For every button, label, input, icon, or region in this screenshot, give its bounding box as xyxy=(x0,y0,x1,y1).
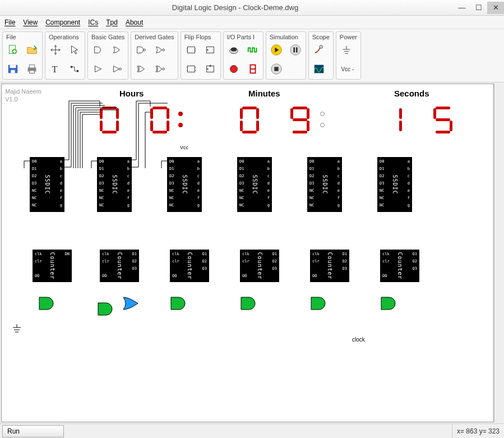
svg-text:T: T xyxy=(52,64,58,75)
window-title: Digital Logic Design - Clock-Deme.dwg xyxy=(17,3,454,12)
seven-seg-icon[interactable] xyxy=(245,61,261,77)
chip-counter-1[interactable]: CounterclkclrDNOO xyxy=(33,250,72,282)
run-button[interactable]: Run xyxy=(2,425,64,437)
seg7-s1 xyxy=(383,107,402,133)
open-file-icon[interactable] xyxy=(24,42,40,58)
hours-label: Hours xyxy=(119,89,144,98)
close-button[interactable]: ✕ xyxy=(487,2,504,14)
probe-icon[interactable] xyxy=(311,42,327,58)
svg-point-14 xyxy=(163,68,165,70)
menu-component[interactable]: Component xyxy=(45,19,80,26)
button-input-icon[interactable] xyxy=(226,42,242,58)
not-gate-icon[interactable] xyxy=(109,61,125,77)
chip-ssdic-1[interactable]: SSDICD0D1D2D3NCNCNCabcdefg xyxy=(30,157,64,212)
nor-gate-icon[interactable] xyxy=(152,42,168,58)
led-icon[interactable] xyxy=(226,61,242,77)
flipflop3-icon[interactable] xyxy=(183,61,199,77)
vertical-scrollbar[interactable] xyxy=(494,84,503,422)
chip-ssdic-6[interactable]: SSDICD0D1D2D3NCNCNCabcdefg xyxy=(377,157,412,212)
group-basic-gates: Basic Gates xyxy=(87,31,128,80)
group-derived-gates: Derived Gates xyxy=(131,31,178,80)
menu-ics[interactable]: ICs xyxy=(88,19,98,26)
svg-rect-15 xyxy=(187,47,195,53)
group-io-parts: I/O Parts I xyxy=(223,31,263,80)
author-label: Majid NaeemV1.0 xyxy=(5,87,41,104)
chip-ssdic-2[interactable]: SSDICD0D1D2D3NCNCNCabcdefg xyxy=(97,157,132,212)
canvas-wrap: Majid NaeemV1.0 Hours Minutes Seconds Vc… xyxy=(0,82,504,423)
nand-gate-icon[interactable] xyxy=(133,42,149,58)
chip-counter-3[interactable]: CounterclkclrO1O2O3OO xyxy=(170,250,209,282)
svg-rect-4 xyxy=(11,70,15,73)
and-gate-6[interactable] xyxy=(380,296,399,311)
svg-point-13 xyxy=(163,49,165,51)
seg7-h1 xyxy=(100,107,119,133)
chip-counter-5[interactable]: CounterclkclrO1O2O3OO xyxy=(310,250,349,282)
flipflop2-icon[interactable] xyxy=(202,42,218,58)
clock-label: clock xyxy=(352,336,365,343)
group-simulation: Simulation xyxy=(266,31,306,80)
or-gate[interactable] xyxy=(122,296,144,311)
print-icon[interactable] xyxy=(24,61,40,77)
scope-icon[interactable] xyxy=(311,61,327,77)
chip-counter-4[interactable]: CounterclkclrO1O2O3OO xyxy=(240,250,279,282)
clock-signal-icon[interactable] xyxy=(245,42,261,58)
seg7-m2 xyxy=(290,107,309,133)
vcc-text: Vcc xyxy=(180,145,188,150)
move-icon[interactable] xyxy=(48,42,63,58)
vcc-icon[interactable]: Vcc - xyxy=(339,61,357,77)
text-icon[interactable]: T xyxy=(48,61,63,77)
xnor-gate-icon[interactable] xyxy=(152,61,168,77)
menu-file[interactable]: File xyxy=(4,19,15,26)
save-icon[interactable] xyxy=(5,61,21,77)
svg-point-39 xyxy=(320,45,323,49)
wire-icon[interactable] xyxy=(67,61,82,77)
pointer-icon[interactable] xyxy=(67,42,82,58)
minimize-button[interactable]: — xyxy=(454,2,470,14)
svg-rect-38 xyxy=(296,47,298,52)
svg-point-29 xyxy=(230,47,237,51)
ground-icon[interactable] xyxy=(339,42,354,58)
svg-point-30 xyxy=(230,66,237,73)
and-gate-3[interactable] xyxy=(170,296,189,311)
statusbar: Run x= 863 y= 323 xyxy=(0,423,504,438)
xor-gate-icon[interactable] xyxy=(133,61,149,77)
canvas[interactable]: Majid NaeemV1.0 Hours Minutes Seconds Vc… xyxy=(1,84,494,422)
minutes-label: Minutes xyxy=(248,89,280,98)
colon-hm xyxy=(178,109,184,132)
chip-counter-6[interactable]: CounterclkclrO1O2O3OO xyxy=(380,250,419,282)
chip-ssdic-3[interactable]: SSDICD0D1D2D3NCNCNCabcdefg xyxy=(167,157,202,212)
maximize-button[interactable]: ☐ xyxy=(470,2,487,14)
group-file: File xyxy=(2,31,43,80)
group-operations: Operations T xyxy=(45,31,85,80)
group-scope: Scope xyxy=(308,31,334,80)
and-gate-1[interactable] xyxy=(38,296,57,311)
group-power: Power Vcc - xyxy=(336,31,361,80)
ground-symbol xyxy=(12,324,22,336)
play-icon[interactable] xyxy=(269,42,284,58)
new-file-icon[interactable] xyxy=(5,42,21,58)
titlebar: Digital Logic Design - Clock-Deme.dwg — … xyxy=(0,0,504,16)
chip-ssdic-4[interactable]: SSDICD0D1D2D3NCNCNCabcdefg xyxy=(237,157,272,212)
svg-point-10 xyxy=(77,70,79,72)
flipflop1-icon[interactable] xyxy=(183,42,199,58)
svg-rect-37 xyxy=(293,47,295,52)
and-gate-2[interactable] xyxy=(97,302,116,316)
and-gate-4[interactable] xyxy=(240,296,259,311)
and-gate-5[interactable] xyxy=(310,296,329,311)
seconds-label: Seconds xyxy=(394,89,429,98)
chip-ssdic-5[interactable]: SSDICD0D1D2D3NCNCNCabcdefg xyxy=(307,157,342,212)
and-gate-icon[interactable] xyxy=(90,42,106,58)
menu-view[interactable]: View xyxy=(23,19,38,26)
stop-icon[interactable] xyxy=(269,61,284,77)
pause-icon[interactable] xyxy=(288,42,303,58)
menu-tpd[interactable]: Tpd xyxy=(106,19,118,26)
buffer-icon[interactable] xyxy=(90,61,106,77)
svg-rect-20 xyxy=(187,66,195,72)
menu-about[interactable]: About xyxy=(126,19,143,26)
svg-rect-35 xyxy=(274,67,278,71)
toolbar: File Operations T Basic Gates xyxy=(0,29,504,82)
flipflop4-icon[interactable] xyxy=(202,61,218,77)
or-gate-icon[interactable] xyxy=(109,42,125,58)
svg-point-12 xyxy=(144,49,146,51)
chip-counter-2[interactable]: CounterclkclrO1O2O3OO xyxy=(100,250,139,282)
